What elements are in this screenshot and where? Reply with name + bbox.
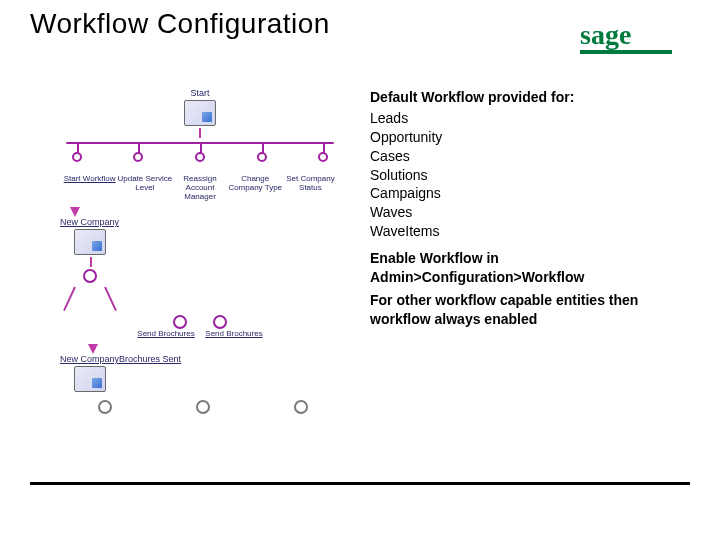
state-circle-icon xyxy=(294,400,308,414)
page-title: Workflow Configuration xyxy=(30,8,330,40)
other-entities-text: For other workflow capable entities then… xyxy=(370,291,690,329)
enable-workflow-text: Enable Workflow in Admin>Configuration>W… xyxy=(370,249,690,287)
list-item: WaveItems xyxy=(370,222,690,241)
logo-text-svg: sage xyxy=(580,19,631,50)
footer-divider xyxy=(30,482,690,485)
branch-bar xyxy=(66,142,334,160)
list-item: Leads xyxy=(370,109,690,128)
list-item: Solutions xyxy=(370,166,690,185)
branch-labels: Start Workflow Update Service Level Reas… xyxy=(60,174,340,201)
branch-label: Change Company Type xyxy=(228,174,283,201)
diagram-start-label: Start xyxy=(60,88,340,98)
split-icon xyxy=(60,287,120,317)
list-item: Cases xyxy=(370,147,690,166)
trailing-states xyxy=(66,398,340,416)
list-item: Campaigns xyxy=(370,184,690,203)
new-company-label: New Company xyxy=(60,217,340,227)
list-item: Waves xyxy=(370,203,690,222)
send-brochures-label: Send Brochures xyxy=(204,329,264,338)
entity-icon xyxy=(74,366,106,392)
workflow-entity-list: Leads Opportunity Cases Solutions Campai… xyxy=(370,109,690,241)
entity-icon xyxy=(74,229,106,255)
branch-label: Set Company Status xyxy=(283,174,338,201)
state-circle-icon xyxy=(196,400,210,414)
branch-label: Start Workflow xyxy=(62,174,117,201)
sage-logo: sage xyxy=(580,18,690,58)
logo-underline xyxy=(580,50,672,54)
branch-label: Update Service Level xyxy=(117,174,172,201)
brochures-sent-label: New CompanyBrochures Sent xyxy=(60,354,340,364)
default-workflow-heading: Default Workflow provided for: xyxy=(370,88,690,107)
state-circle-icon xyxy=(173,315,187,329)
list-item: Opportunity xyxy=(370,128,690,147)
state-circle-icon xyxy=(98,400,112,414)
arrow-down-icon xyxy=(88,344,98,354)
branch-label: Reassign Account Manager xyxy=(172,174,227,201)
entity-icon xyxy=(184,100,216,126)
send-brochures-label: Send Brochures xyxy=(136,329,196,338)
arrow-down-icon xyxy=(70,207,80,217)
state-circle-icon xyxy=(213,315,227,329)
text-column: Default Workflow provided for: Leads Opp… xyxy=(370,88,690,416)
state-circle-icon xyxy=(83,269,97,283)
workflow-diagram: Start Start Workflow Update Service Leve… xyxy=(60,88,340,416)
